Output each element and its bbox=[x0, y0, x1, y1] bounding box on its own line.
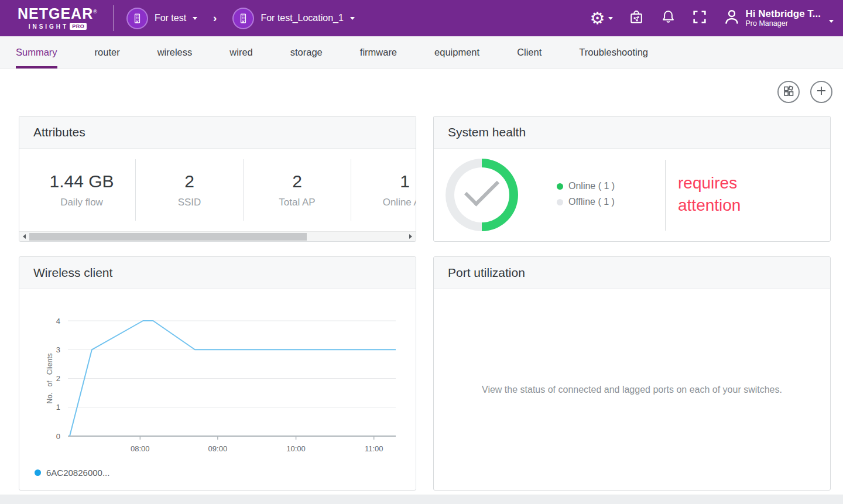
header-divider bbox=[113, 5, 114, 31]
wireless-client-card-title: Wireless client bbox=[19, 257, 416, 289]
scrollbar-thumb[interactable] bbox=[29, 233, 307, 241]
stat-ssid: 2SSID bbox=[136, 172, 243, 208]
svg-text:4: 4 bbox=[56, 317, 60, 325]
horizontal-scrollbar[interactable] bbox=[19, 231, 416, 241]
svg-text:11:00: 11:00 bbox=[365, 444, 383, 453]
attributes-stats: 1.44 GBDaily flow2SSID2Total AP1Online A… bbox=[19, 149, 416, 231]
notifications-button[interactable] bbox=[660, 9, 677, 28]
dashboard-main: Attributes 1.44 GBDaily flow2SSID2Total … bbox=[0, 69, 843, 495]
legend-dot-icon bbox=[35, 469, 41, 476]
scroll-left-arrow[interactable] bbox=[19, 232, 29, 241]
stat-label: Online AP bbox=[351, 197, 416, 208]
stat-label: Total AP bbox=[244, 197, 351, 208]
location-name: For test_Location_1 bbox=[261, 13, 343, 23]
svg-text:08:00: 08:00 bbox=[131, 444, 150, 453]
user-avatar-icon bbox=[722, 8, 741, 29]
add-widget-button[interactable] bbox=[810, 81, 832, 103]
legend-dot-icon bbox=[557, 183, 563, 190]
netgear-wordmark: NETGEAR® bbox=[18, 6, 98, 21]
health-donut-chart bbox=[446, 159, 518, 231]
user-menu[interactable]: Hi Netbridge T... Pro Manager bbox=[722, 8, 834, 29]
stat-total-ap: 2Total AP bbox=[244, 172, 351, 208]
app-header: NETGEAR® INSIGHT PRO For test › bbox=[0, 0, 843, 36]
health-legend: Online ( 1 )Offline ( 1 ) bbox=[557, 181, 615, 207]
attributes-card: Attributes 1.44 GBDaily flow2SSID2Total … bbox=[19, 116, 416, 242]
breadcrumb-separator: › bbox=[213, 12, 217, 25]
gear-icon: ⚙ bbox=[590, 10, 605, 27]
svg-text:09:00: 09:00 bbox=[208, 444, 228, 453]
svg-text:0: 0 bbox=[56, 432, 60, 441]
tab-router[interactable]: router bbox=[95, 36, 120, 68]
legend-series-name: 6AC20826000... bbox=[46, 468, 109, 478]
svg-text:2: 2 bbox=[56, 374, 60, 383]
insight-dashboard: NETGEAR® INSIGHT PRO For test › bbox=[0, 0, 843, 504]
building-icon bbox=[232, 8, 254, 29]
wireless-client-card: Wireless client 0123408:0009:0010:0011:0… bbox=[19, 256, 416, 491]
stat-label: Daily flow bbox=[28, 197, 135, 208]
chevron-down-icon bbox=[829, 20, 834, 23]
widgets-icon bbox=[782, 84, 796, 100]
chevron-down-icon bbox=[608, 17, 613, 20]
stat-value: 1 bbox=[351, 172, 416, 191]
legend-label: Offline ( 1 ) bbox=[568, 197, 615, 207]
store-bag-icon bbox=[628, 8, 645, 28]
stat-online-ap: 1Online AP bbox=[351, 172, 416, 208]
tab-summary[interactable]: Summary bbox=[16, 36, 57, 68]
location-selector[interactable]: For test_Location_1 bbox=[232, 8, 354, 29]
tab-equipment[interactable]: equipment bbox=[434, 36, 479, 68]
store-button[interactable] bbox=[628, 8, 645, 28]
svg-text:10:00: 10:00 bbox=[286, 444, 306, 453]
stat-value: 2 bbox=[136, 172, 243, 191]
legend-label: Online ( 1 ) bbox=[568, 181, 615, 191]
chevron-down-icon bbox=[193, 17, 197, 20]
widgets-button[interactable] bbox=[777, 81, 800, 103]
vertical-divider bbox=[665, 160, 666, 231]
scroll-right-arrow[interactable] bbox=[406, 232, 416, 241]
port-utilization-card-title: Port utilization bbox=[434, 257, 830, 289]
user-role: Pro Manager bbox=[746, 19, 821, 28]
system-health-card: System health Online ( 1 )Offline ( 1 ) … bbox=[433, 116, 831, 242]
tab-client[interactable]: Client bbox=[517, 36, 542, 68]
stat-daily-flow: 1.44 GBDaily flow bbox=[28, 172, 135, 208]
requires-attention-text[interactable]: requires attention bbox=[678, 172, 783, 217]
primary-nav-tabs: Summaryrouterwirelesswiredstoragefirmwar… bbox=[0, 36, 843, 69]
user-greeting: Hi Netbridge T... bbox=[746, 8, 821, 20]
plus-icon bbox=[814, 84, 828, 100]
chevron-down-icon bbox=[350, 17, 355, 20]
page-bottom-scroll-area[interactable] bbox=[0, 495, 843, 504]
stat-label: SSID bbox=[136, 197, 243, 208]
bell-icon bbox=[660, 9, 677, 28]
organization-selector[interactable]: For test bbox=[126, 8, 197, 29]
tab-troubleshooting[interactable]: Troubleshooting bbox=[579, 36, 648, 68]
svg-text:3: 3 bbox=[56, 345, 60, 354]
pro-badge: PRO bbox=[70, 23, 87, 30]
system-health-card-title: System health bbox=[434, 116, 830, 149]
fullscreen-icon bbox=[691, 9, 708, 28]
port-utilization-card: Port utilization View the status of conn… bbox=[433, 256, 831, 491]
tab-wireless[interactable]: wireless bbox=[157, 36, 193, 68]
wireless-clients-chart: 0123408:0009:0010:0011:00No. of Clients bbox=[19, 289, 417, 491]
netgear-insight-pro-logo: NETGEAR® INSIGHT PRO bbox=[18, 6, 98, 30]
svg-text:1: 1 bbox=[56, 403, 60, 412]
stat-value: 2 bbox=[244, 172, 351, 191]
fullscreen-button[interactable] bbox=[691, 9, 708, 28]
stat-value: 1.44 GB bbox=[28, 172, 135, 191]
registered-mark: ® bbox=[93, 9, 98, 15]
attributes-card-title: Attributes bbox=[19, 116, 416, 149]
tab-firmware[interactable]: firmware bbox=[360, 36, 397, 68]
settings-menu-button[interactable]: ⚙ bbox=[590, 10, 613, 27]
legend-dot-icon bbox=[557, 199, 563, 205]
legend-item: Offline ( 1 ) bbox=[557, 197, 615, 207]
insight-wordmark: INSIGHT bbox=[29, 23, 69, 30]
building-icon bbox=[126, 8, 148, 29]
chart-legend: 6AC20826000... bbox=[35, 468, 109, 478]
svg-text:No. of Clients: No. of Clients bbox=[46, 353, 54, 403]
organization-name: For test bbox=[155, 13, 186, 23]
checkmark-icon bbox=[464, 171, 499, 206]
tab-wired[interactable]: wired bbox=[229, 36, 252, 68]
port-utilization-message: View the status of connected and lagged … bbox=[482, 385, 782, 395]
tab-storage[interactable]: storage bbox=[290, 36, 323, 68]
legend-item: Online ( 1 ) bbox=[557, 181, 615, 191]
